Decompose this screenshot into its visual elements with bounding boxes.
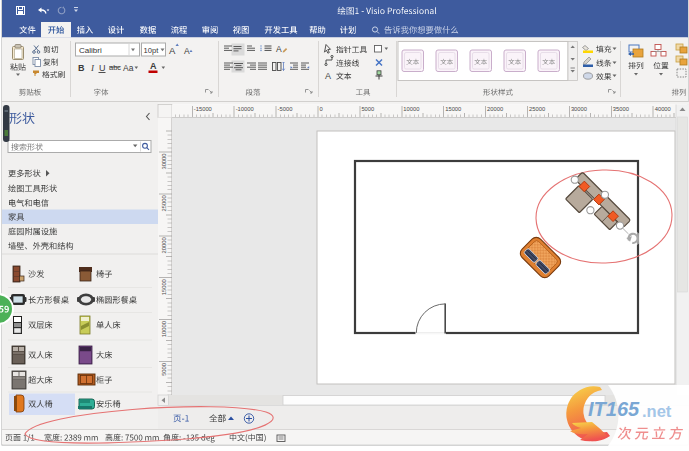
svg-text:15000: 15000 xyxy=(445,106,461,112)
svg-text:IT165: IT165 xyxy=(588,398,640,420)
svg-text:Aa: Aa xyxy=(123,63,134,73)
svg-text:15000: 15000 xyxy=(161,279,167,295)
svg-text:-15000: -15000 xyxy=(194,106,212,112)
svg-text:A: A xyxy=(276,44,282,54)
svg-text:10pt: 10pt xyxy=(144,46,160,55)
svg-text:20000: 20000 xyxy=(161,237,167,253)
svg-text:40000: 40000 xyxy=(655,106,671,112)
svg-text:B: B xyxy=(78,63,85,73)
svg-text:5000: 5000 xyxy=(161,363,167,376)
svg-text:A: A xyxy=(150,61,157,71)
svg-text:.net: .net xyxy=(642,402,672,420)
svg-text:abc: abc xyxy=(109,63,121,72)
svg-text:10000: 10000 xyxy=(161,321,167,337)
svg-text:U: U xyxy=(99,63,106,73)
svg-text:A: A xyxy=(184,46,190,56)
svg-text:20000: 20000 xyxy=(487,106,503,112)
svg-text:-5000: -5000 xyxy=(278,106,293,112)
svg-text:30000: 30000 xyxy=(161,153,167,169)
svg-text:A: A xyxy=(169,45,176,56)
svg-text:30000: 30000 xyxy=(571,106,587,112)
svg-text:25000: 25000 xyxy=(529,106,545,112)
svg-text:10000: 10000 xyxy=(403,106,419,112)
svg-text:25000: 25000 xyxy=(161,195,167,211)
svg-text:0: 0 xyxy=(320,106,323,112)
svg-text:35000: 35000 xyxy=(613,106,629,112)
svg-text:-10000: -10000 xyxy=(236,106,254,112)
svg-text:Calibri: Calibri xyxy=(79,46,102,55)
svg-text:A: A xyxy=(325,71,331,81)
svg-text:5000: 5000 xyxy=(361,106,374,112)
